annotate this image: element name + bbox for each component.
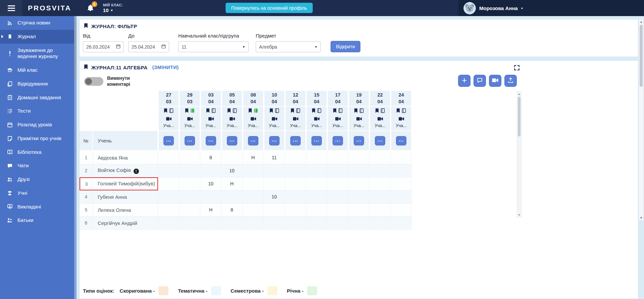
grade-cell[interactable] (264, 217, 285, 230)
grade-cell[interactable] (306, 151, 327, 164)
bookmark-icon[interactable] (227, 108, 231, 114)
journal-book-icon[interactable] (317, 108, 321, 114)
sidebar-item-chats[interactable]: Чати (0, 159, 77, 173)
video-camera-icon[interactable] (166, 116, 172, 122)
grade-cell[interactable] (391, 177, 412, 190)
to-date-input[interactable]: 25.04.2024 (128, 41, 169, 52)
grade-cell[interactable] (264, 203, 285, 217)
bookmark-icon[interactable] (185, 108, 189, 114)
grade-cell[interactable] (369, 203, 391, 217)
date-column-header[interactable]: 1004 (264, 91, 285, 107)
video-call-button[interactable] (489, 75, 501, 87)
column-actions-button[interactable]: ... (227, 136, 237, 145)
date-column-header[interactable]: 1504 (306, 91, 327, 107)
journal-book-icon[interactable] (296, 108, 300, 114)
grade-cell[interactable] (369, 151, 391, 164)
column-actions-button[interactable]: ... (269, 136, 280, 145)
column-actions-button[interactable]: ... (185, 136, 195, 145)
grade-cell[interactable] (179, 151, 200, 164)
grade-cell[interactable] (285, 151, 306, 164)
date-column-header[interactable]: 0804 (243, 91, 264, 107)
grade-cell[interactable] (327, 217, 348, 230)
grade-cell[interactable] (306, 203, 327, 217)
sidebar-item-parents[interactable]: Батьки (0, 214, 77, 227)
grade-cell[interactable] (264, 164, 285, 177)
lesson-participants-link[interactable]: Уча... (180, 123, 200, 128)
export-upload-button[interactable] (504, 75, 517, 87)
video-camera-icon[interactable] (377, 116, 383, 122)
grade-cell[interactable]: 10 (221, 164, 243, 177)
date-column-header[interactable]: 1904 (348, 91, 369, 107)
column-actions-button[interactable]: ... (354, 136, 364, 145)
video-camera-icon[interactable] (335, 116, 341, 122)
grade-cell[interactable] (348, 177, 369, 190)
grade-cell[interactable] (158, 217, 179, 230)
grade-cell[interactable] (158, 203, 179, 217)
video-camera-icon[interactable] (250, 116, 256, 122)
bookmark-icon[interactable] (164, 108, 167, 114)
grade-cell[interactable]: 8 (200, 151, 221, 164)
subject-select[interactable]: Алгебра ▼ (256, 41, 321, 52)
scroll-down-icon[interactable]: ▼ (639, 216, 643, 220)
from-date-input[interactable]: 26.03.2024 (83, 41, 124, 52)
add-column-button[interactable]: + (458, 75, 470, 87)
date-column-header[interactable]: 0304 (200, 91, 221, 107)
scroll-down-icon[interactable]: ▼ (517, 214, 521, 217)
journal-book-icon[interactable] (381, 108, 385, 114)
class-group-select[interactable]: 11 ▼ (178, 41, 249, 52)
grade-cell[interactable] (285, 164, 306, 177)
date-column-header[interactable]: 2703 (158, 91, 179, 107)
bookmark-icon[interactable] (291, 108, 294, 114)
lesson-participants-link[interactable]: Уча... (201, 123, 221, 128)
menu-toggle-button[interactable] (0, 0, 22, 16)
sidebar-item-remarks[interactable]: Зауваження до ведення журналу (0, 44, 77, 64)
grade-cell[interactable] (179, 164, 200, 177)
grade-cell[interactable] (306, 217, 327, 230)
grade-cell[interactable] (243, 203, 264, 217)
grade-cell[interactable] (243, 164, 264, 177)
page-scrollbar[interactable]: ▲ ▼ (639, 19, 644, 221)
my-class-selector[interactable]: МІЙ КЛАС: 10▾ (103, 3, 123, 13)
bookmark-icon[interactable] (269, 108, 273, 114)
grade-cell[interactable] (391, 190, 412, 203)
column-actions-button[interactable]: ... (311, 136, 322, 145)
sidebar-item-library[interactable]: Бібліотека (0, 145, 77, 159)
grade-cell[interactable] (369, 217, 391, 230)
sidebar-item-students[interactable]: Учні (0, 186, 77, 200)
lesson-participants-link[interactable]: Уча... (391, 123, 411, 128)
column-actions-button[interactable]: ... (248, 136, 258, 145)
lesson-participants-link[interactable]: Уча... (307, 123, 327, 128)
journal-book-icon[interactable] (338, 108, 343, 114)
date-column-header[interactable]: 1204 (285, 91, 306, 107)
lesson-participants-link[interactable]: Уча... (264, 123, 284, 128)
bookmark-icon[interactable] (206, 108, 210, 114)
lesson-participants-link[interactable]: Уча... (243, 123, 263, 128)
return-main-profile-button[interactable]: Повернутись на основний профіль (226, 3, 313, 13)
grade-cell[interactable] (285, 203, 306, 217)
notifications-button[interactable]: 5 (87, 4, 94, 12)
grade-cell[interactable] (327, 203, 348, 217)
grade-cell[interactable] (243, 190, 264, 203)
user-menu[interactable]: Морозова Анна ▾ (458, 0, 644, 16)
journal-book-icon[interactable] (275, 108, 279, 114)
comments-toggle[interactable] (84, 77, 103, 86)
grade-cell[interactable] (306, 190, 327, 203)
scroll-up-icon[interactable]: ▲ (517, 93, 521, 96)
sidebar-item-my-class[interactable]: Мій клас (0, 63, 77, 77)
journal-book-icon[interactable] (254, 108, 258, 114)
grade-cell[interactable]: Н (200, 203, 221, 217)
grade-cell[interactable] (179, 217, 200, 230)
video-camera-icon[interactable] (293, 116, 299, 122)
column-actions-button[interactable]: ... (206, 136, 216, 145)
grade-cell[interactable] (391, 217, 412, 230)
bookmark-icon[interactable] (333, 108, 337, 114)
grade-cell[interactable]: Н (221, 177, 243, 190)
grade-cell[interactable] (348, 217, 369, 230)
grade-cell[interactable] (369, 164, 391, 177)
sidebar-scrollbar[interactable] (74, 16, 77, 299)
sidebar-item-teachers[interactable]: Викладачі (0, 200, 77, 214)
grade-cell[interactable] (348, 203, 369, 217)
video-camera-icon[interactable] (398, 116, 404, 122)
grade-cell[interactable] (327, 177, 348, 190)
bookmark-icon[interactable] (396, 108, 400, 114)
